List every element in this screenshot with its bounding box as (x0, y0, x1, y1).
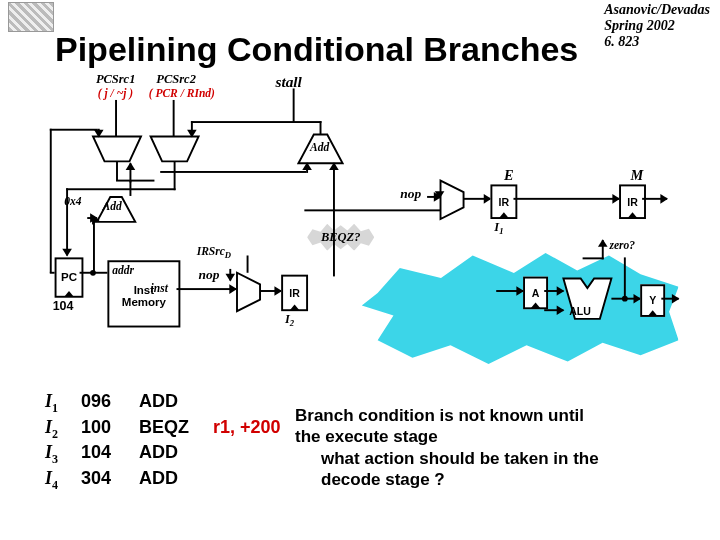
wire (129, 181, 131, 196)
slide-canvas: Asanovic/Devadas Spring 2002 6. 823 Pipe… (0, 0, 720, 540)
explain-line: what action should be taken in the (295, 448, 700, 469)
label-add2: Add (310, 140, 329, 154)
label-e-stage: E (504, 167, 514, 183)
wire (93, 219, 95, 273)
reg-pc: PC (55, 257, 84, 297)
svg-marker-1 (151, 136, 199, 161)
pipeline-diagram: PCSrc1 ( j / ~j ) PCSrc2 ( PCR / RInd) s… (45, 75, 669, 363)
label-pcsrc1: PCSrc1 (96, 71, 136, 86)
instr-mnem: ADD (139, 441, 199, 464)
label-ir-e: IR (492, 196, 515, 208)
label-zero: zero? (609, 238, 635, 252)
instruction-row: I2 100 BEQZ r1, +200 (45, 416, 281, 442)
wire (496, 290, 523, 292)
wire (173, 100, 175, 136)
header-meta: Asanovic/Devadas Spring 2002 6. 823 (604, 2, 710, 50)
wire (191, 121, 193, 136)
wire (306, 163, 308, 173)
explain-line: Branch condition is not known until (295, 406, 584, 425)
reg-ir-execute: IR (490, 184, 517, 219)
explain-line: the execute stage (295, 427, 438, 446)
instruction-row: I3 104 ADD (45, 441, 281, 467)
instr-addr: 104 (81, 441, 125, 464)
label-imem: Inst Memory (109, 284, 178, 309)
label-alu: ALU (569, 305, 591, 317)
page-title: Pipelining Conditional Branches (55, 30, 578, 69)
header-line-term: Spring 2002 (604, 18, 710, 34)
wire (333, 209, 335, 276)
wire (116, 161, 118, 180)
wire (50, 129, 52, 273)
label-stall: stall (275, 73, 301, 90)
instr-index: I3 (45, 441, 67, 467)
wire (66, 188, 175, 190)
label-pc: PC (57, 271, 82, 284)
wire (174, 161, 176, 190)
svg-marker-3 (237, 273, 260, 311)
wire (661, 298, 678, 300)
mux-irsrc-d (235, 271, 262, 313)
label-i1-e: I1 (494, 219, 503, 236)
wire (191, 121, 322, 123)
wire (247, 255, 249, 272)
wire (293, 88, 295, 123)
label-ir-d: IR (283, 287, 306, 299)
header-line-authors: Asanovic/Devadas (604, 2, 710, 18)
wire (93, 219, 99, 221)
mux-pcsrc2 (149, 135, 201, 164)
wire (160, 171, 306, 173)
label-ir-m: IR (621, 196, 644, 208)
label-nop-e: nop (400, 186, 421, 201)
label-inst: inst (151, 281, 168, 295)
label-irsrc-d: IRSrcD (197, 244, 231, 260)
wire (50, 129, 98, 131)
instr-ops: r1, +200 (213, 416, 281, 439)
instr-mnem: ADD (139, 390, 199, 413)
wire (229, 269, 231, 281)
label-i2: I2 (285, 311, 294, 328)
label-m-stage: M (631, 167, 644, 183)
mux-pcsrc1 (91, 135, 143, 164)
wire (624, 257, 626, 298)
svg-marker-0 (93, 136, 141, 161)
wire (513, 198, 619, 200)
label-y: Y (642, 295, 663, 307)
explain-paragraph: Branch condition is not known until the … (295, 405, 700, 490)
wire (129, 163, 131, 182)
reg-y: Y (640, 284, 665, 317)
instr-addr: 100 (81, 416, 125, 439)
instr-mnem: BEQZ (139, 416, 199, 439)
wire (304, 209, 440, 211)
reg-ir-mem: IR (619, 184, 646, 219)
label-a: A (525, 287, 546, 299)
label-nop-d: nop (199, 267, 220, 282)
mux-irsrc-e (439, 179, 466, 221)
label-const-0x4: 0x4 (64, 194, 81, 208)
reg-ir-decode: IR (281, 275, 308, 311)
beqz-star: BEQZ? (307, 224, 374, 251)
wire (464, 198, 491, 200)
wire (116, 180, 154, 182)
wire (642, 198, 667, 200)
label-pcsrc2-sub: ( PCR / RInd) (149, 87, 215, 101)
wire (320, 121, 322, 134)
label-beqz: BEQZ? (321, 230, 361, 245)
label-pcsrc1-sub: ( j / ~j ) (98, 87, 133, 101)
wire (115, 100, 117, 136)
reg-a: A (523, 277, 548, 310)
label-pc-value: 104 (53, 299, 74, 313)
instr-addr: 096 (81, 390, 125, 413)
highlight-blob (362, 243, 679, 368)
explain-line: decode stage ? (295, 469, 700, 490)
instruction-row: I4 304 ADD (45, 467, 281, 493)
instr-index: I2 (45, 416, 67, 442)
wire (98, 129, 100, 137)
label-addr: addr (112, 263, 134, 277)
instruction-table: I1 096 ADD I2 100 BEQZ r1, +200 I3 104 A… (45, 390, 281, 492)
label-add1: Add (103, 200, 122, 214)
instr-mnem: ADD (139, 467, 199, 490)
instruction-row: I1 096 ADD (45, 390, 281, 416)
mit-crest (8, 2, 54, 32)
wire (583, 257, 604, 259)
wire (260, 290, 281, 292)
